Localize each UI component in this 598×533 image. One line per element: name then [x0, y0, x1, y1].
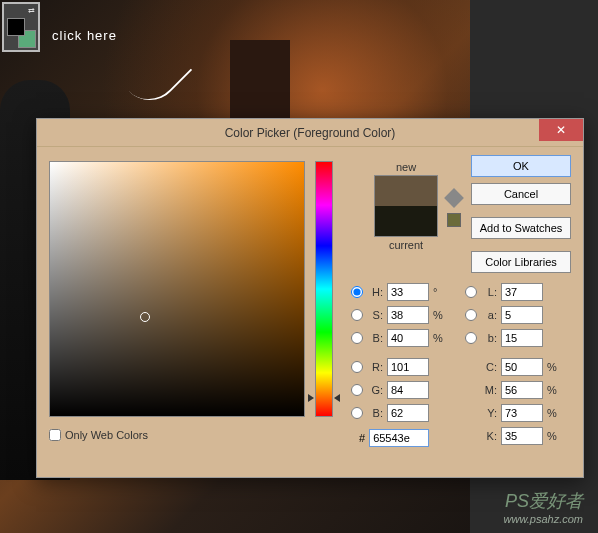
label-h: H: — [367, 286, 383, 298]
radio-b-lab[interactable] — [465, 332, 477, 344]
toolbox-color-swatches[interactable]: ⇄ — [2, 2, 40, 52]
input-a[interactable] — [501, 306, 543, 324]
hue-slider[interactable] — [315, 161, 333, 417]
unit-y: % — [547, 407, 561, 419]
input-l[interactable] — [501, 283, 543, 301]
field-y: Y: % — [465, 404, 561, 422]
radio-g[interactable] — [351, 384, 363, 396]
input-g[interactable] — [387, 381, 429, 399]
input-m[interactable] — [501, 381, 543, 399]
color-picker-dialog: Color Picker (Foreground Color) ✕ new cu… — [36, 118, 584, 478]
label-y: Y: — [481, 407, 497, 419]
web-colors-checkbox[interactable] — [49, 429, 61, 441]
radio-s[interactable] — [351, 309, 363, 321]
color-field[interactable] — [49, 161, 305, 417]
label-c: C: — [481, 361, 497, 373]
field-b-rgb: B: — [351, 404, 447, 422]
label-l: L: — [481, 286, 497, 298]
field-s: S: % — [351, 306, 447, 324]
dialog-title: Color Picker (Foreground Color) — [225, 126, 396, 140]
label-b-rgb: B: — [367, 407, 383, 419]
unit-b-hsb: % — [433, 332, 447, 344]
cancel-button[interactable]: Cancel — [471, 183, 571, 205]
unit-c: % — [547, 361, 561, 373]
color-field-cursor — [140, 312, 150, 322]
dialog-body: new current OK Cancel Add to Swatches Co… — [37, 147, 583, 477]
watermark-url: www.psahz.com — [504, 513, 583, 525]
unit-m: % — [547, 384, 561, 396]
field-a: a: — [465, 306, 561, 324]
ok-button[interactable]: OK — [471, 155, 571, 177]
radio-r[interactable] — [351, 361, 363, 373]
dialog-buttons: OK Cancel Add to Swatches Color Librarie… — [471, 155, 571, 279]
input-b-rgb[interactable] — [387, 404, 429, 422]
field-l: L: — [465, 283, 561, 301]
preview-swatch — [374, 175, 438, 237]
color-fields: H: ° S: % B: % — [351, 283, 571, 450]
label-k: K: — [481, 430, 497, 442]
unit-k: % — [547, 430, 561, 442]
hue-arrow-right-icon — [334, 394, 340, 402]
label-a: a: — [481, 309, 497, 321]
hex-field: # — [359, 429, 429, 447]
radio-b-rgb[interactable] — [351, 407, 363, 419]
preview-current-label: current — [351, 239, 461, 251]
input-c[interactable] — [501, 358, 543, 376]
hex-input[interactable] — [369, 429, 429, 447]
label-g: G: — [367, 384, 383, 396]
unit-s: % — [433, 309, 447, 321]
watermark: PS爱好者 www.psahz.com — [504, 489, 583, 525]
radio-a[interactable] — [465, 309, 477, 321]
input-b-hsb[interactable] — [387, 329, 429, 347]
field-c: C: % — [465, 358, 561, 376]
web-colors-checkbox-row: Only Web Colors — [49, 429, 148, 441]
field-m: M: % — [465, 381, 561, 399]
input-y[interactable] — [501, 404, 543, 422]
label-m: M: — [481, 384, 497, 396]
label-b-hsb: B: — [367, 332, 383, 344]
foreground-color-swatch[interactable] — [7, 18, 25, 36]
field-k: K: % — [465, 427, 561, 445]
field-b-hsb: B: % — [351, 329, 447, 347]
radio-h[interactable] — [351, 286, 363, 298]
label-b-lab: b: — [481, 332, 497, 344]
web-safe-swatch-icon[interactable] — [447, 213, 461, 227]
radio-b-hsb[interactable] — [351, 332, 363, 344]
input-k[interactable] — [501, 427, 543, 445]
hex-label: # — [359, 432, 365, 444]
preview-new-color — [375, 176, 437, 206]
swap-colors-icon[interactable]: ⇄ — [28, 6, 36, 14]
field-b-lab: b: — [465, 329, 561, 347]
add-to-swatches-button[interactable]: Add to Swatches — [471, 217, 571, 239]
preview-new-label: new — [351, 161, 461, 173]
close-button[interactable]: ✕ — [539, 119, 583, 141]
color-preview: new current — [351, 161, 461, 251]
field-r: R: — [351, 358, 447, 376]
field-g: G: — [351, 381, 447, 399]
radio-l[interactable] — [465, 286, 477, 298]
hue-arrow-left-icon — [308, 394, 314, 402]
watermark-brand: PS爱好者 — [504, 489, 583, 513]
color-libraries-button[interactable]: Color Libraries — [471, 251, 571, 273]
unit-h: ° — [433, 286, 447, 298]
close-icon: ✕ — [556, 123, 566, 137]
field-h: H: ° — [351, 283, 447, 301]
input-h[interactable] — [387, 283, 429, 301]
web-colors-label: Only Web Colors — [65, 429, 148, 441]
input-b-lab[interactable] — [501, 329, 543, 347]
label-s: S: — [367, 309, 383, 321]
input-s[interactable] — [387, 306, 429, 324]
preview-current-color[interactable] — [375, 206, 437, 236]
input-r[interactable] — [387, 358, 429, 376]
label-r: R: — [367, 361, 383, 373]
dialog-titlebar[interactable]: Color Picker (Foreground Color) ✕ — [37, 119, 583, 147]
gamut-warning-icon[interactable] — [444, 188, 464, 208]
annotation-text: click here — [52, 28, 117, 43]
